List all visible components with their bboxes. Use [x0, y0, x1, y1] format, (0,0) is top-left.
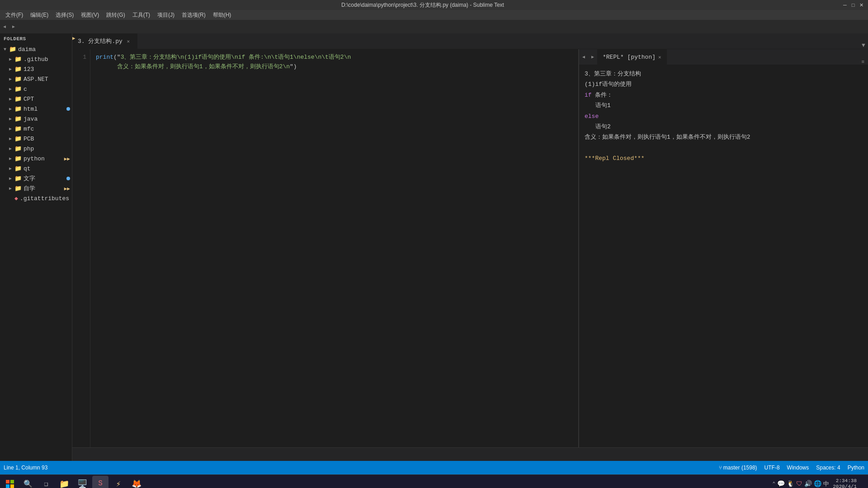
sidebar-item-php[interactable]: ▶ 📁 php — [0, 144, 72, 154]
repl-line-blank — [585, 143, 863, 153]
badge-dot-blue2 — [66, 177, 70, 180]
status-indent[interactable]: Spaces: 4 — [816, 465, 840, 471]
taskbar-app4[interactable]: ⚡ — [110, 476, 127, 488]
tab-dropdown-button[interactable]: ▼ — [859, 42, 868, 49]
taskbar-firefox[interactable]: 🦊 — [128, 476, 145, 488]
sidebar-item-zixue[interactable]: ▶ 📁 自学 ▶▶ — [0, 183, 72, 193]
maximize-button[interactable]: □ — [850, 2, 856, 8]
svg-rect-1 — [10, 480, 14, 483]
sidebar-item-c[interactable]: ▶ 📁 c — [0, 84, 72, 94]
taskbar-file-explorer[interactable]: 📁 — [56, 476, 72, 488]
menu-goto[interactable]: 跳转(G) — [103, 10, 128, 20]
menu-view[interactable]: 视图(V) — [77, 10, 103, 20]
search-icon: 🔍 — [24, 479, 33, 488]
sidebar-label-zixue: 自学 — [24, 184, 35, 192]
status-line-ending[interactable]: Windows — [787, 465, 809, 471]
folder-icon-cpt: 📁 — [14, 95, 22, 103]
tab-next-button[interactable]: ▶ — [9, 20, 18, 33]
branch-name: master — [723, 465, 740, 471]
folder-icon-c: 📁 — [14, 85, 22, 93]
folder-arrow-icon: ▶ — [9, 66, 14, 72]
sidebar-label-daima: daima — [18, 46, 36, 53]
sidebar-item-mfc[interactable]: ▶ 📁 mfc — [0, 124, 72, 134]
repl-prev-button[interactable]: ◀ — [579, 49, 588, 65]
tab-navigation: ◀ ▶ — [0, 20, 868, 33]
status-bar: Line 1, Column 93 ⑂ master (1598) UTF-8 … — [0, 461, 868, 474]
sidebar-item-aspnet[interactable]: ▶ 📁 ASP.NET — [0, 74, 72, 84]
task-view-icon: ❑ — [44, 480, 48, 488]
sidebar-header: FOLDERS — [0, 33, 72, 44]
code-paren-close: ") — [290, 63, 297, 70]
folder-arrow-icon: ▶ — [9, 86, 14, 92]
repl-next-button[interactable]: ▶ — [588, 49, 597, 65]
file-icon-git: ◆ — [14, 195, 18, 202]
menu-file[interactable]: 文件(F) — [2, 10, 27, 20]
code-editor[interactable]: print("3、第三章：分支结构\n(1)if语句的使用\nif 条件:\n\… — [90, 49, 578, 447]
sidebar-label-html: html — [24, 106, 38, 113]
tray-up-arrow[interactable]: ⌃ — [773, 481, 776, 487]
status-language[interactable]: Python — [848, 465, 864, 471]
repl-line-7: 含义：如果条件对，则执行语句1，如果条件不对，则执行语句2 — [585, 132, 863, 142]
branch-icon: ⑂ — [719, 465, 722, 471]
status-branch[interactable]: ⑂ master (1598) — [719, 465, 757, 471]
menu-edit[interactable]: 编辑(E) — [27, 10, 52, 20]
menu-preferences[interactable]: 首选项(R) — [178, 10, 209, 20]
tab-close-button[interactable]: ✕ — [125, 38, 132, 44]
title-text: D:\code\daima\python\project\3. 分支结构.py … — [4, 1, 842, 9]
tray-wechat-icon[interactable]: 💬 — [777, 480, 785, 488]
folder-icon-wenzi: 📁 — [14, 175, 22, 182]
repl-tab-python[interactable]: *REPL* [python] ✕ — [597, 49, 667, 65]
folder-icon-mfc: 📁 — [14, 125, 22, 132]
keyword-else: else — [585, 113, 599, 120]
sidebar-item-daima[interactable]: ▼ 📁 daima — [0, 44, 72, 54]
taskbar: 🔍 ❑ 📁 🖥️ S ⚡ 🦊 ⌃ 💬 🐧 🛡 🔊 🌐 中 — [0, 474, 868, 488]
tray-icon4[interactable]: 🔊 — [804, 480, 812, 488]
line-numbers: 1 — [72, 49, 90, 447]
tray-qq-icon[interactable]: 🐧 — [787, 480, 794, 488]
editor-repl-split: 1 print("3、第三章：分支结构\n(1)if语句的使用\nif 条件:\… — [72, 49, 868, 447]
status-position[interactable]: Line 1, Column 93 — [4, 465, 47, 471]
taskbar-sublime[interactable]: S — [92, 476, 108, 488]
sidebar-item-python[interactable]: ▶ 📁 python ▶▶ — [0, 154, 72, 164]
sidebar-item-html[interactable]: ▶ 📁 html — [0, 104, 72, 114]
menu-project[interactable]: 项目(J) — [154, 10, 178, 20]
clock[interactable]: 2:34:38 2020/4/1 — [833, 478, 857, 488]
task-view-button[interactable]: ❑ — [38, 476, 54, 488]
sidebar-item-cpt[interactable]: ▶ 📁 CPT — [0, 94, 72, 104]
sidebar-item-pcb[interactable]: ▶ 📁 PCB — [0, 134, 72, 144]
sidebar-item-gitattributes[interactable]: ◆ .gitattributes — [0, 193, 72, 203]
tabs-row: 3. 分支结构.py ✕ ▼ — [72, 33, 868, 49]
file-explorer-icon: 📁 — [59, 479, 69, 488]
folder-arrow-icon: ▶ — [9, 136, 14, 141]
minimize-button[interactable]: ─ — [842, 2, 848, 8]
taskbar-left: 🔍 ❑ 📁 🖥️ S ⚡ 🦊 — [2, 476, 145, 488]
close-button[interactable]: ✕ — [858, 2, 864, 8]
repl-panel: ◀ ▶ *REPL* [python] ✕ ≡ 3、第三章：分支结构 (1)if… — [579, 49, 868, 447]
menu-help[interactable]: 帮助(H) — [209, 10, 235, 20]
menu-tools[interactable]: 工具(T) — [129, 10, 154, 20]
menu-select[interactable]: 选择(S) — [52, 10, 77, 20]
svg-rect-0 — [6, 480, 9, 483]
sidebar-label-python: python — [24, 155, 45, 162]
repl-tabs: ◀ ▶ *REPL* [python] ✕ ≡ — [579, 49, 868, 65]
search-button[interactable]: 🔍 — [20, 476, 36, 488]
code-paren-open: (" — [113, 54, 121, 61]
taskbar-app2[interactable]: 🖥️ — [74, 476, 90, 488]
sublime-icon: S — [98, 479, 103, 488]
folder-arrow-icon: ▶ — [9, 56, 14, 62]
repl-tab-close[interactable]: ✕ — [658, 54, 661, 60]
folder-arrow-icon: ▶ — [9, 76, 14, 82]
sidebar-item-wenzi[interactable]: ▶ 📁 文字 — [0, 174, 72, 183]
sidebar-item-java[interactable]: ▶ 📁 java — [0, 114, 72, 124]
start-button[interactable] — [2, 476, 18, 488]
tray-input-icon[interactable]: 中 — [823, 480, 829, 488]
tray-network-icon[interactable]: 🌐 — [814, 480, 821, 488]
tab-branch-structure[interactable]: 3. 分支结构.py ✕ — [72, 33, 137, 49]
repl-settings-icon[interactable]: ≡ — [861, 59, 864, 65]
sidebar-item-qt[interactable]: ▶ 📁 qt — [0, 164, 72, 174]
tray-antivirus-icon[interactable]: 🛡 — [796, 480, 802, 488]
sidebar-item-github[interactable]: ▶ 📁 .github — [0, 54, 72, 64]
sidebar-item-123[interactable]: ▶ 📁 123 — [0, 64, 72, 74]
tab-prev-button[interactable]: ◀ — [0, 20, 9, 33]
status-encoding[interactable]: UTF-8 — [764, 465, 780, 471]
